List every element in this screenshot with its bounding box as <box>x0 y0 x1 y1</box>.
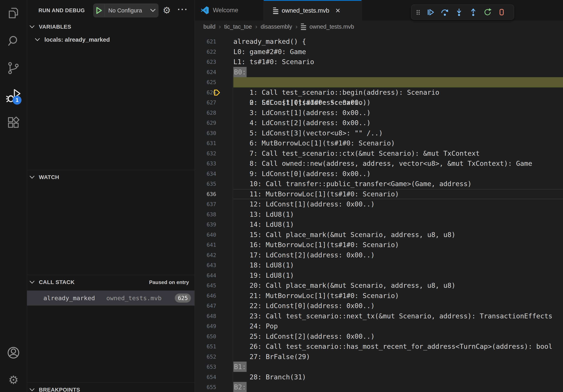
close-icon[interactable]: ✕ <box>335 8 341 14</box>
code-line-647[interactable]: 64722: LdConst[0](address: 0x00..) <box>195 301 563 311</box>
variables-section-header[interactable]: VARIABLES <box>27 20 194 34</box>
line-number[interactable]: 634 <box>195 169 216 179</box>
continue-button[interactable] <box>423 5 438 19</box>
line-number[interactable]: 633 <box>195 158 216 169</box>
code-line-635[interactable]: 63510: Call transfer::public_transfer<Ga… <box>195 179 563 189</box>
step-into-button[interactable] <box>452 5 466 19</box>
line-number[interactable]: 632 <box>195 148 216 159</box>
views-more-actions-button[interactable]: ··· <box>175 3 190 15</box>
code-line-628[interactable]: 6283: LdConst[1](address: 0x00..) <box>195 108 563 118</box>
sidebar-item-search[interactable] <box>0 30 27 52</box>
code-line-631[interactable]: 6316: MutBorrowLoc[1](ts#1#0: Scenario) <box>195 138 563 148</box>
search-icon <box>6 34 21 49</box>
settings-button[interactable]: ⚙ <box>0 369 27 391</box>
call-stack-section-header[interactable]: CALL STACK Paused on entry <box>27 275 194 289</box>
code-line-634[interactable]: 6349: LdConst[0](address: 0x00..) <box>195 169 563 179</box>
code-line-639[interactable]: 63914: LdU8(1) <box>195 220 563 230</box>
line-number[interactable]: 652 <box>195 352 216 362</box>
code-line-648[interactable]: 64823: Call test_scenario::next_tx(&mut … <box>195 311 563 321</box>
start-debugging-button[interactable] <box>93 7 104 14</box>
line-number[interactable]: 653 <box>195 362 216 372</box>
line-number[interactable]: 638 <box>195 209 216 220</box>
line-number[interactable]: 622 <box>195 47 216 57</box>
code-line-653[interactable]: 653B1: <box>195 362 563 372</box>
breadcrumb-item[interactable]: owned_tests.mvb <box>309 24 354 30</box>
call-stack-frame-row[interactable]: already_marked owned_tests.mvb 625 <box>27 290 194 306</box>
line-number[interactable]: 635 <box>195 179 216 189</box>
launch-configuration-dropdown[interactable]: No Configura <box>93 3 158 17</box>
line-number[interactable]: 636 <box>195 189 216 199</box>
code-line-630[interactable]: 6305: LdConst[3](vector<u8>: "" /..) <box>195 128 563 138</box>
line-number[interactable]: 637 <box>195 199 216 209</box>
line-number[interactable]: 644 <box>195 270 216 281</box>
breadcrumb-item[interactable]: build <box>203 24 215 30</box>
code-line-629[interactable]: 6294: LdConst[2](address: 0x00..) <box>195 118 563 128</box>
code-line-655[interactable]: 655B2: <box>195 382 563 392</box>
line-number[interactable]: 639 <box>195 220 216 230</box>
code-line-644[interactable]: 64419: LdU8(1) <box>195 270 563 281</box>
line-number[interactable]: 623 <box>195 57 216 67</box>
line-number[interactable]: 621 <box>195 37 216 47</box>
line-number[interactable]: 645 <box>195 280 216 291</box>
code-line-625[interactable]: 6250: LdConst[0](address: 0x00..) <box>195 77 563 87</box>
code-line-627[interactable]: 6272: StLoc[1](ts#1#0: Scenario) <box>195 97 563 108</box>
line-number[interactable]: 650 <box>195 331 216 342</box>
account-button[interactable] <box>0 342 27 364</box>
breakpoints-section-header[interactable]: BREAKPOINTS <box>27 383 194 392</box>
sidebar-item-run-and-debug[interactable]: 1 <box>0 85 27 107</box>
line-number[interactable]: 654 <box>195 372 216 382</box>
line-number[interactable]: 651 <box>195 341 216 352</box>
code-line-626[interactable]: 6261: Call test_scenario::begin(address)… <box>195 87 563 98</box>
line-number[interactable]: 648 <box>195 311 216 321</box>
sidebar-item-extensions[interactable] <box>0 112 27 134</box>
line-number[interactable]: 624 <box>195 67 216 77</box>
tab-owned-tests[interactable]: owned_tests.mvb ✕ <box>264 0 362 21</box>
code-line-641[interactable]: 64116: MutBorrowLoc[1](ts#1#0: Scenario) <box>195 240 563 250</box>
breadcrumb-item[interactable]: tic_tac_toe <box>224 24 252 30</box>
line-number[interactable]: 642 <box>195 250 216 260</box>
code-line-637[interactable]: 63712: LdConst[1](address: 0x00..) <box>195 199 563 209</box>
locals-scope-row[interactable]: locals: already_marked <box>27 33 194 47</box>
watch-section-header[interactable]: WATCH <box>27 170 194 184</box>
line-number[interactable]: 631 <box>195 138 216 148</box>
code-line-621[interactable]: 621already_marked() { <box>195 37 563 47</box>
step-over-button[interactable] <box>438 5 452 19</box>
code-editor[interactable]: 621already_marked() {622L0: game#2#0: Ga… <box>195 33 563 392</box>
line-number[interactable]: 655 <box>195 382 216 392</box>
code-line-642[interactable]: 64217: LdConst[2](address: 0x00..) <box>195 250 563 260</box>
code-line-651[interactable]: 65126: Call test_scenario::has_most_rece… <box>195 341 563 352</box>
code-line-654[interactable]: 65428: Branch(31) <box>195 372 563 382</box>
line-text: already_marked() { <box>195 37 563 47</box>
line-number[interactable]: 643 <box>195 260 216 270</box>
sidebar-item-explorer[interactable] <box>0 2 27 25</box>
code-line-638[interactable]: 63813: LdU8(1) <box>195 209 563 220</box>
code-line-623[interactable]: 623L1: ts#1#0: Scenario <box>195 57 563 67</box>
breadcrumb-item[interactable]: disassembly <box>261 24 292 30</box>
code-line-652[interactable]: 65227: BrFalse(29) <box>195 352 563 362</box>
sidebar-item-source-control[interactable] <box>0 57 27 79</box>
code-line-646[interactable]: 64621: MutBorrowLoc[1](ts#1#0: Scenario) <box>195 291 563 301</box>
stop-button[interactable] <box>495 5 509 19</box>
line-number[interactable]: 630 <box>195 128 216 138</box>
restart-button[interactable] <box>480 5 495 19</box>
code-line-645[interactable]: 64520: Call place_mark(&mut Scenario, ad… <box>195 280 563 291</box>
code-line-643[interactable]: 64318: LdU8(1) <box>195 260 563 270</box>
line-number[interactable]: 647 <box>195 301 216 311</box>
code-line-633[interactable]: 6338: Call owned::new(address, address, … <box>195 158 563 169</box>
code-line-636[interactable]: 63611: MutBorrowLoc[1](ts#1#0: Scenario) <box>195 189 563 199</box>
line-number[interactable]: 640 <box>195 230 216 240</box>
line-number[interactable]: 649 <box>195 321 216 331</box>
code-line-624[interactable]: 624B0: <box>195 67 563 77</box>
line-number[interactable]: 646 <box>195 291 216 301</box>
line-number[interactable]: 641 <box>195 240 216 250</box>
code-line-649[interactable]: 64924: Pop <box>195 321 563 331</box>
debug-settings-button[interactable]: ⚙ <box>161 4 173 16</box>
tab-welcome[interactable]: Welcome <box>195 0 264 21</box>
line-number[interactable]: 629 <box>195 118 216 128</box>
code-line-622[interactable]: 622L0: game#2#0: Game <box>195 47 563 57</box>
code-line-650[interactable]: 65025: LdConst[2](address: 0x00..) <box>195 331 563 342</box>
step-out-button[interactable] <box>466 5 480 19</box>
toolbar-drag-handle[interactable] <box>413 5 423 19</box>
code-line-632[interactable]: 6327: Call test_scenario::ctx(&mut Scena… <box>195 148 563 159</box>
code-line-640[interactable]: 64015: Call place_mark(&mut Scenario, ad… <box>195 230 563 240</box>
